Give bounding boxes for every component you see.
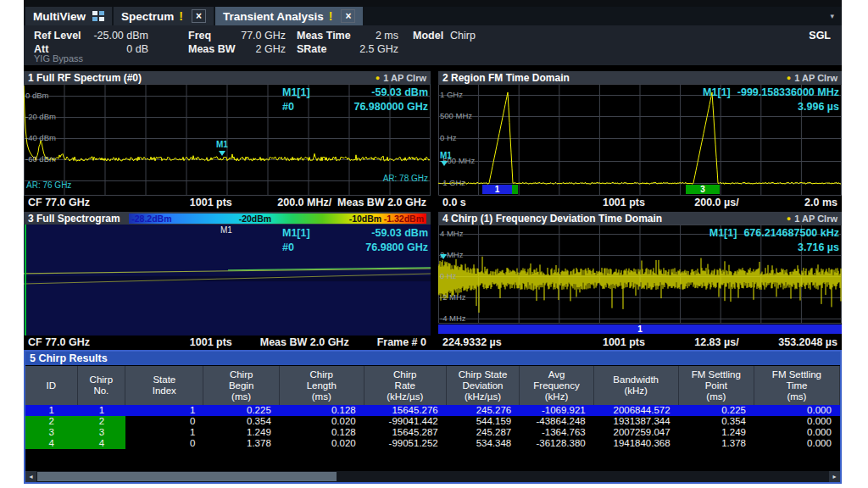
table-cell: 15645.276 [364,405,447,416]
marker-readout-row: M1[1]-999.158336000 MHz [703,86,839,100]
chirp-results-title[interactable]: 5 Chirp Results [25,352,840,365]
p1-marker-m1-label: M1 [216,140,228,149]
p1-trace-label: 1 AP Clrw [383,73,426,83]
footer-item[interactable]: CF 77.0 GHz [28,197,90,208]
tab-transient-analysis[interactable]: Transient Analysis ! × [215,7,363,25]
chirp-table-body: 1110.2250.12815645.276245.276-1069.92120… [25,405,840,449]
ref-level-value[interactable]: -25.00 dBm [83,30,148,42]
tab-transient-close-button[interactable]: × [341,9,355,23]
table-cell: 2006844.572 [594,405,679,416]
spectrogram-color-scale: -28.2dBm -20dBm -10dBm -1.32dBm [129,214,426,224]
p1-trace-info[interactable]: ● 1 AP Clrw [376,73,426,83]
table-row[interactable]: 3311.2490.12815645.287245.287-1364.76320… [25,427,840,438]
spectrum-alert-icon: ! [179,9,183,23]
table-cell: 3 [25,427,78,438]
table-cell: 1941840.368 [594,438,679,449]
p4-title: 4 Chirp (1) Frequency Deviation Time Dom… [442,213,662,225]
tab-spectrum[interactable]: Spectrum ! × [114,7,214,25]
p4-trace-label: 1 AP Clrw [794,214,837,224]
axis-label: 0 Hz [440,133,457,142]
table-cell: -1069.921 [520,405,593,416]
p1-footer: CF 77.0 GHz1001 pts200.0 MHz/Meas BW 2.0… [24,196,431,208]
p4-footer: 224.9332 µs1001 pts12.83 µs/353.2048 µs [438,336,842,348]
footer-item[interactable]: 2.0 ms [804,197,837,208]
p4-title-bar[interactable]: 4 Chirp (1) Frequency Deviation Time Dom… [438,212,842,225]
panel-chirp-frequency-deviation: 4 Chirp (1) Frequency Deviation Time Dom… [438,212,842,348]
p1-marker-m1[interactable] [219,151,225,156]
axis-label: 4 MHz [440,229,463,238]
footer-item[interactable]: Meas BW 2.0 GHz [260,336,349,348]
p2-trace-info[interactable]: ● 1 AP Clrw [787,73,837,83]
table-cell: 0.225 [679,405,754,416]
footer-item[interactable]: 0.0 s [442,197,466,208]
footer-item[interactable]: 200.0 MHz/ [277,197,331,208]
footer-item[interactable]: 12.83 µs/ [694,336,738,348]
footer-item[interactable]: 1001 pts [190,336,232,348]
scroll-left-arrow-icon[interactable]: ◂ [25,471,36,482]
footer-item[interactable]: 224.9332 µs [442,336,502,348]
footer-item[interactable]: 200.0 µs/ [694,197,738,208]
table-cell: 0.020 [280,416,364,427]
marker-readout-row: M1[1]676.214687500 kHz [709,226,839,241]
p3-marker-m1-label[interactable]: M1 [220,225,232,235]
meas-bw-value[interactable]: 2 GHz [227,43,286,55]
footer-item[interactable]: 1001 pts [603,336,645,348]
freq-value[interactable]: 77.0 GHz [227,30,286,42]
meas-time-value[interactable]: 2 ms [346,30,398,42]
scroll-right-arrow-icon[interactable]: ▸ [829,471,840,482]
p2-title: 2 Region FM Time Domain [442,72,570,84]
srate-value[interactable]: 2.5 GHz [346,43,398,55]
axis-label: 0 Hz [440,271,457,280]
axis-label: -2 MHz [440,292,466,302]
table-cell: 0 [125,438,203,449]
table-cell: 2 [25,416,78,427]
p2-chirp-segment-1: 1 [482,185,512,194]
table-cell: 1.249 [679,427,754,438]
table-cell: 0.225 [203,405,279,416]
column-header: ID [25,366,78,405]
column-header: Chirp Length (ms) [280,366,364,405]
footer-item[interactable]: Frame # 0 [377,336,426,348]
axis-label: -40 dBm [25,133,56,142]
column-header: Chirp No. [78,366,126,405]
footer-item[interactable]: CF 77.0 GHz [28,336,90,348]
scrollbar-thumb[interactable] [37,472,337,481]
p4-graph: M1[1]676.214687500 kHz3.716 µs 4 MHz2 MH… [438,225,842,336]
att-value[interactable]: 0 dB [83,43,148,55]
table-row[interactable]: 2200.3540.020-99041.442544.159-43864.248… [25,416,840,427]
table-cell: 544.159 [447,416,520,427]
p1-ar-right-label: AR: 78 GHz [383,174,428,183]
table-cell: 0.000 [754,405,840,416]
tab-spectrum-label: Spectrum [121,10,174,23]
table-cell: -99041.442 [364,416,447,427]
meas-time-label: Meas Time [297,30,351,42]
p1-markers: M1[1]-59.03 dBm#076.980000 GHz [282,86,428,114]
footer-item[interactable]: 353.2048 µs [778,336,837,348]
chevron-down-icon[interactable]: ▾ [830,12,834,20]
model-value[interactable]: Chirp [450,30,476,42]
panel-full-spectrogram: 3 Full Spectrogram -28.2dBm -20dBm -10dB… [24,212,431,348]
footer-item[interactable]: 1001 pts [603,197,645,208]
tab-spectrum-close-button[interactable]: × [192,9,206,23]
p4-marker-m1[interactable] [440,254,447,259]
p2-chirp-segment-3: 3 [686,185,720,194]
table-cell: 1 [125,405,203,416]
column-header: FM Settling Time (ms) [754,366,840,405]
freq-label: Freq [188,30,211,42]
marker-readout-row: 3.996 µs [703,100,839,114]
p3-title-bar[interactable]: 3 Full Spectrogram -28.2dBm -20dBm -10dB… [24,212,431,225]
p4-trace-info[interactable]: ● 1 AP Clrw [787,214,837,224]
footer-item[interactable]: 1001 pts [190,197,232,208]
p3-current-frame-line [25,225,26,336]
column-header: State Index [125,366,203,405]
p2-marker-m1[interactable] [441,161,448,166]
table-row[interactable]: 1110.2250.12815645.276245.276-1069.92120… [25,405,840,416]
p2-title-bar[interactable]: 2 Region FM Time Domain ● 1 AP Clrw [438,71,842,84]
marker-readout-row: M1[1]-59.03 dBm [282,86,428,100]
horizontal-scrollbar[interactable]: ◂ ▸ [25,471,840,482]
p1-title-bar[interactable]: 1 Full RF Spectrum (#0) ● 1 AP Clrw [24,71,431,84]
footer-item[interactable]: Meas BW 2.0 GHz [337,197,426,208]
p2-footer: 0.0 s1001 pts200.0 µs/2.0 ms [438,196,842,208]
tab-multiview[interactable]: MultiView [25,7,112,25]
table-row[interactable]: 4401.3780.020-99051.252534.348-36128.380… [25,438,840,449]
